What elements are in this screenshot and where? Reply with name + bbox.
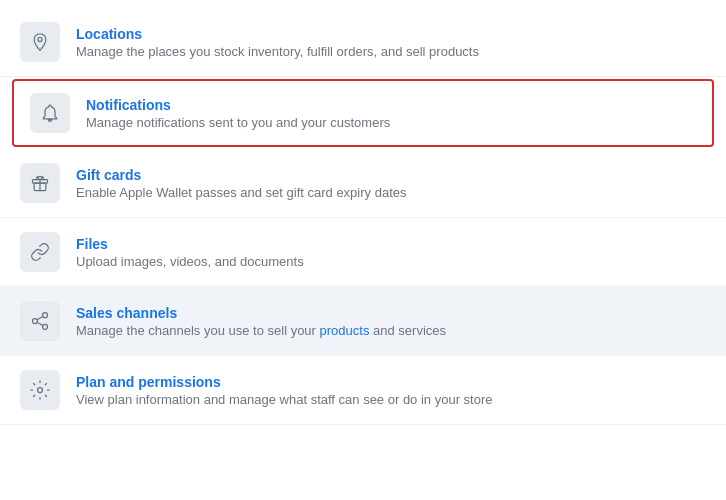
svg-point-4 [43, 324, 48, 329]
settings-item-plan-permissions[interactable]: Plan and permissionsView plan informatio… [0, 356, 726, 425]
settings-item-notifications[interactable]: NotificationsManage notifications sent t… [12, 79, 714, 147]
locations-icon [20, 22, 60, 62]
locations-title: Locations [76, 26, 479, 42]
gift-cards-icon [20, 163, 60, 203]
plan-permissions-icon [20, 370, 60, 410]
settings-item-locations[interactable]: LocationsManage the places you stock inv… [0, 8, 726, 77]
sales-channels-icon [20, 301, 60, 341]
notifications-title: Notifications [86, 97, 390, 113]
settings-item-sales-channels[interactable]: Sales channelsManage the channels you us… [0, 287, 726, 356]
sales-channels-description: Manage the channels you use to sell your… [76, 323, 446, 338]
gift-cards-description: Enable Apple Wallet passes and set gift … [76, 185, 406, 200]
settings-list: LocationsManage the places you stock inv… [0, 0, 726, 433]
svg-point-2 [43, 313, 48, 318]
sales-channels-title: Sales channels [76, 305, 446, 321]
gift-cards-title: Gift cards [76, 167, 406, 183]
settings-item-files[interactable]: FilesUpload images, videos, and document… [0, 218, 726, 287]
plan-permissions-description: View plan information and manage what st… [76, 392, 493, 407]
files-icon [20, 232, 60, 272]
settings-item-gift-cards[interactable]: Gift cardsEnable Apple Wallet passes and… [0, 149, 726, 218]
plan-permissions-title: Plan and permissions [76, 374, 493, 390]
svg-line-5 [37, 322, 43, 325]
svg-point-3 [33, 319, 38, 324]
svg-line-6 [37, 316, 43, 319]
notifications-icon [30, 93, 70, 133]
notifications-description: Manage notifications sent to you and you… [86, 115, 390, 130]
files-title: Files [76, 236, 304, 252]
files-description: Upload images, videos, and documents [76, 254, 304, 269]
svg-point-7 [38, 388, 43, 393]
locations-description: Manage the places you stock inventory, f… [76, 44, 479, 59]
